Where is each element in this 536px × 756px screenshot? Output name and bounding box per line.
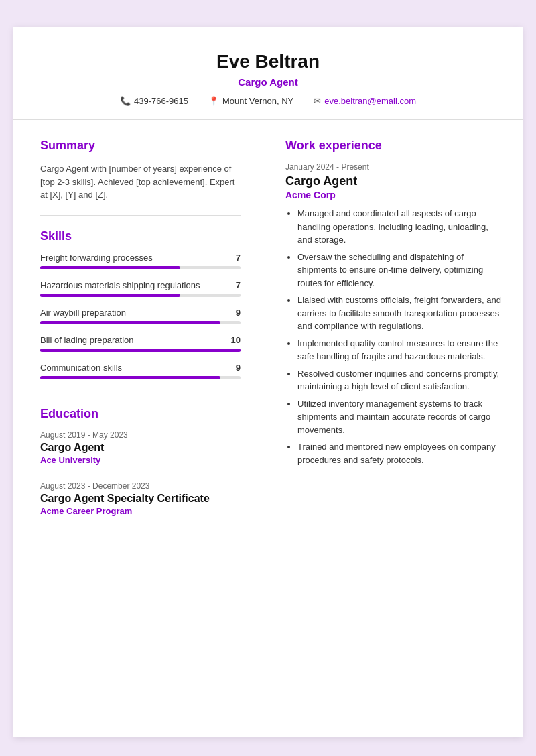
work-company: Acme Corp — [285, 190, 503, 200]
candidate-title: Cargo Agent — [40, 76, 496, 88]
edu-dates: August 2019 - May 2023 — [40, 430, 241, 440]
skill-name: Communication skills — [40, 363, 122, 373]
skill-bar-fill — [40, 349, 241, 352]
work-title: Cargo Agent — [285, 174, 503, 188]
education-list: August 2019 - May 2023 Cargo Agent Ace U… — [40, 430, 241, 516]
bullet-item: Managed and coordinated all aspects of c… — [297, 207, 503, 247]
email-contact: ✉ eve.beltran@email.com — [314, 96, 416, 106]
skill-bar-bg — [40, 321, 241, 324]
location-icon: 📍 — [208, 96, 219, 106]
email-link[interactable]: eve.beltran@email.com — [324, 96, 416, 106]
skills-title: Skills — [40, 229, 241, 243]
edu-school: Acme Career Program — [40, 506, 241, 516]
skills-list: Freight forwarding processes 7 Hazardous… — [40, 253, 241, 379]
skill-score: 9 — [236, 363, 241, 373]
education-item: August 2023 - December 2023 Cargo Agent … — [40, 481, 241, 516]
summary-text: Cargo Agent with [number of years] exper… — [40, 162, 241, 202]
skill-bar-bg — [40, 376, 241, 379]
summary-title: Summary — [40, 139, 241, 153]
resume-header: Eve Beltran Cargo Agent 📞 439-766-9615 📍… — [13, 27, 523, 120]
skill-item: Air waybill preparation 9 — [40, 308, 241, 324]
work-bullets: Managed and coordinated all aspects of c… — [285, 207, 503, 466]
skill-item: Hazardous materials shipping regulations… — [40, 280, 241, 297]
bullet-item: Implemented quality control measures to … — [297, 337, 503, 363]
skill-item: Bill of lading preparation 10 — [40, 335, 241, 352]
skill-score: 9 — [236, 308, 241, 318]
left-column: Summary Cargo Agent with [number of year… — [13, 120, 261, 552]
work-item: January 2024 - Present Cargo Agent Acme … — [285, 162, 503, 466]
divider-2 — [40, 393, 241, 393]
skill-bar-fill — [40, 266, 180, 269]
resume-container: Eve Beltran Cargo Agent 📞 439-766-9615 📍… — [13, 27, 523, 737]
skill-bar-fill — [40, 376, 220, 379]
work-dates: January 2024 - Present — [285, 162, 503, 172]
skill-name: Bill of lading preparation — [40, 335, 133, 345]
bullet-item: Trained and mentored new employees on co… — [297, 440, 503, 466]
skill-bar-fill — [40, 321, 220, 324]
education-item: August 2019 - May 2023 Cargo Agent Ace U… — [40, 430, 241, 465]
skill-bar-bg — [40, 294, 241, 297]
skill-name: Hazardous materials shipping regulations — [40, 280, 200, 290]
skill-score: 10 — [231, 335, 241, 345]
bullet-item: Oversaw the scheduling and dispatching o… — [297, 251, 503, 290]
contact-bar: 📞 439-766-9615 📍 Mount Vernon, NY ✉ eve.… — [40, 96, 496, 106]
skill-item: Freight forwarding processes 7 — [40, 253, 241, 269]
phone-icon: 📞 — [120, 96, 131, 106]
email-icon: ✉ — [314, 96, 321, 106]
skill-score: 7 — [236, 253, 241, 263]
phone-number: 439-766-9615 — [134, 96, 188, 106]
location-text: Mount Vernon, NY — [222, 96, 293, 106]
education-title: Education — [40, 407, 241, 421]
skill-bar-bg — [40, 349, 241, 352]
skill-item: Communication skills 9 — [40, 363, 241, 379]
work-experience-list: January 2024 - Present Cargo Agent Acme … — [285, 162, 503, 466]
bullet-item: Utilized inventory management systems to… — [297, 397, 503, 437]
skill-score: 7 — [236, 280, 241, 290]
skill-name: Air waybill preparation — [40, 308, 126, 318]
edu-dates: August 2023 - December 2023 — [40, 481, 241, 491]
skill-bar-bg — [40, 266, 241, 269]
right-column: Work experience January 2024 - Present C… — [261, 120, 523, 552]
skill-bar-fill — [40, 294, 180, 297]
candidate-name: Eve Beltran — [40, 51, 496, 72]
divider-1 — [40, 215, 241, 216]
bullet-item: Resolved customer inquiries and concerns… — [297, 367, 503, 393]
skill-name: Freight forwarding processes — [40, 253, 153, 263]
phone-contact: 📞 439-766-9615 — [120, 96, 188, 106]
edu-degree: Cargo Agent — [40, 442, 241, 454]
resume-body: Summary Cargo Agent with [number of year… — [13, 120, 523, 552]
location-contact: 📍 Mount Vernon, NY — [208, 96, 293, 106]
edu-school: Ace University — [40, 455, 241, 465]
edu-degree: Cargo Agent Specialty Certificate — [40, 493, 241, 505]
bullet-item: Liaised with customs officials, freight … — [297, 294, 503, 333]
work-experience-title: Work experience — [285, 139, 503, 153]
